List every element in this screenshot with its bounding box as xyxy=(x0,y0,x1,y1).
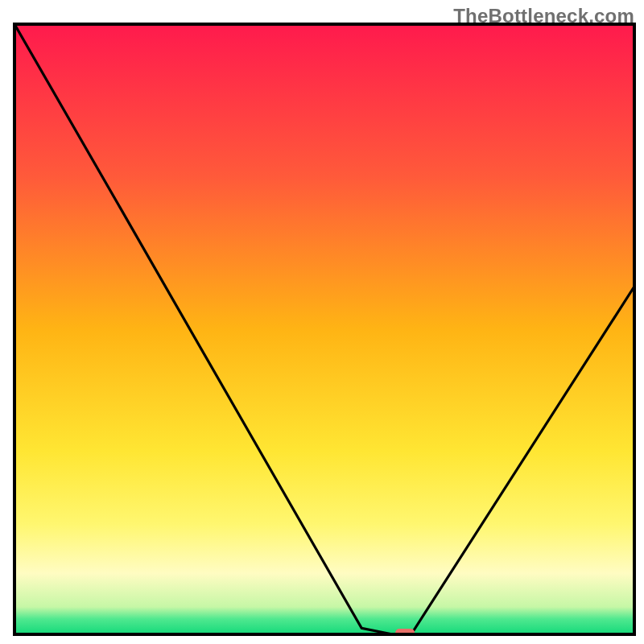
bottleneck-chart: TheBottleneck.com xyxy=(0,0,644,644)
watermark-text: TheBottleneck.com xyxy=(453,5,634,27)
chart-svg xyxy=(0,0,644,644)
gradient-background xyxy=(14,24,634,634)
